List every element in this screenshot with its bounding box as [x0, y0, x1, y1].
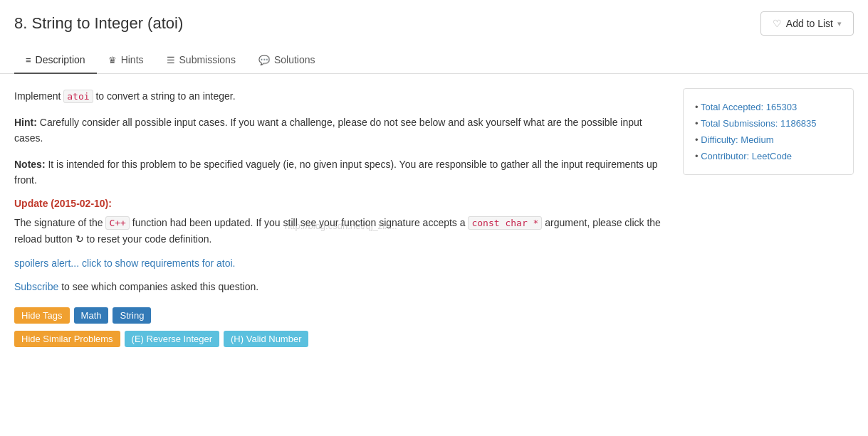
hide-tags-button[interactable]: Hide Tags — [14, 307, 70, 324]
update-paragraph: The signature of the C++ function had be… — [14, 215, 669, 247]
tab-hints-label: Hints — [121, 54, 144, 65]
subscribe-text: to see which companies asked this questi… — [58, 281, 258, 292]
tab-submissions-label: Submissions — [179, 54, 236, 65]
submissions-tab-icon: ☰ — [167, 55, 175, 65]
total-submissions-item: Total Submissions: 1186835 — [695, 115, 842, 132]
difficulty-item: Difficulty: Medium — [695, 132, 842, 148]
tab-bar: ≡ Description ♛ Hints ☰ Submissions 💬 So… — [0, 47, 868, 74]
tab-description-label: Description — [36, 54, 85, 65]
difficulty-label: Difficulty: — [701, 134, 738, 145]
difficulty-text: Medium — [741, 134, 773, 145]
total-accepted-label: Total Accepted: — [701, 102, 763, 112]
hint-label: Hint: — [14, 117, 37, 128]
tab-submissions[interactable]: ☰ Submissions — [155, 47, 247, 74]
solutions-tab-icon: 💬 — [258, 55, 270, 65]
add-to-list-button[interactable]: ♡ Add to List ▾ — [760, 11, 854, 36]
notes-text: It is intended for this problem to be sp… — [14, 159, 658, 186]
total-accepted-num: 165303 — [766, 102, 797, 112]
chevron-down-icon: ▾ — [837, 19, 842, 28]
tab-solutions-label: Solutions — [274, 54, 315, 65]
total-submissions-label: Total Submissions: — [701, 118, 778, 129]
total-submissions-link[interactable]: Total Submissions: 1186835 — [701, 118, 817, 129]
math-tag[interactable]: Math — [74, 307, 109, 324]
sidebar: Total Accepted: 165303 Total Submissions… — [683, 88, 854, 347]
reverse-integer-problem[interactable]: (E) Reverse Integer — [125, 331, 219, 347]
subscribe-paragraph: Subscribe to see which companies asked t… — [14, 279, 669, 294]
similar-problems-row: Hide Similar Problems (E) Reverse Intege… — [14, 331, 669, 347]
intro-text2: to convert a string to an integer. — [93, 90, 236, 102]
tab-hints[interactable]: ♛ Hints — [97, 47, 155, 74]
tags-row: Hide Tags Math String — [14, 307, 669, 324]
difficulty-link[interactable]: Difficulty: Medium — [701, 134, 773, 145]
update-heading: Update (2015-02-10): — [14, 198, 669, 209]
sidebar-stats-box: Total Accepted: 165303 Total Submissions… — [683, 88, 854, 175]
update-text-4: to reset your code definition. — [84, 233, 212, 245]
contributor-text: LeetCode — [752, 151, 792, 161]
notes-label: Notes: — [14, 159, 46, 170]
atoi-code: atoi — [63, 90, 93, 103]
spoilers-link[interactable]: spoilers alert... click to show requirem… — [14, 257, 669, 269]
notes-paragraph: Notes: It is intended for this problem t… — [14, 156, 669, 188]
tab-description[interactable]: ≡ Description — [14, 47, 97, 74]
tab-solutions[interactable]: 💬 Solutions — [247, 47, 327, 74]
contributor-link[interactable]: Contributor: LeetCode — [701, 151, 792, 161]
total-accepted-item: Total Accepted: 165303 — [695, 99, 842, 115]
valid-number-problem[interactable]: (H) Valid Number — [224, 331, 308, 347]
total-accepted-link[interactable]: Total Accepted: 165303 — [701, 102, 797, 112]
hint-text: Carefully consider all possible input ca… — [14, 117, 642, 144]
contributor-label: Contributor: — [701, 151, 749, 161]
update-text-2: function had been updated. If you still … — [130, 217, 469, 228]
hints-tab-icon: ♛ — [108, 55, 117, 65]
contributor-item: Contributor: LeetCode — [695, 148, 842, 164]
hide-similar-button[interactable]: Hide Similar Problems — [14, 331, 120, 347]
intro-text: Implement — [14, 90, 63, 102]
reload-icon: ↻ — [75, 231, 84, 247]
heart-icon: ♡ — [773, 18, 782, 29]
update-text-1: The signature of the — [14, 217, 105, 228]
string-tag[interactable]: String — [113, 307, 151, 324]
hint-paragraph: Hint: Carefully consider all possible in… — [14, 115, 669, 147]
page-title: 8. String to Integer (atoi) — [14, 14, 183, 33]
description-tab-icon: ≡ — [26, 55, 31, 65]
total-submissions-num: 1186835 — [780, 118, 817, 129]
const-char-code: const char * — [468, 216, 542, 230]
subscribe-link[interactable]: Subscribe — [14, 281, 58, 292]
main-content: Implement atoi to convert a string to an… — [14, 88, 669, 347]
intro-paragraph: Implement atoi to convert a string to an… — [14, 88, 669, 105]
add-to-list-label: Add to List — [786, 18, 833, 29]
cpp-code: C++ — [105, 216, 129, 230]
